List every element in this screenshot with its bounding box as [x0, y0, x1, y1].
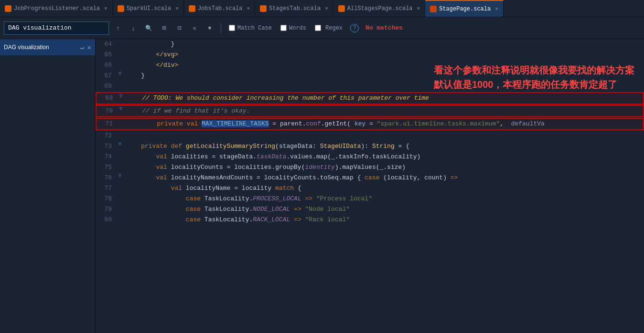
line-num-66: 66	[96, 60, 116, 71]
line-num-73: 73	[96, 141, 116, 152]
search-input[interactable]	[4, 24, 100, 31]
fold-arrow-73[interactable]: ▽	[118, 141, 121, 147]
line-content-68	[124, 81, 644, 92]
line-num-71: 71	[97, 119, 117, 129]
tab-stagepage[interactable]: StagePage.scala ×	[425, 0, 504, 17]
tab-label-6: StagePage.scala	[439, 6, 491, 12]
line-num-68: 68	[96, 81, 116, 92]
line-content-67: }	[124, 71, 644, 81]
code-line-79: 79 case TaskLocality.NODE_LOCAL => "Node…	[96, 204, 644, 215]
dag-panel: DAG visualization ↵ ✕	[0, 39, 96, 333]
line-content-72	[124, 131, 644, 141]
search-input-container	[4, 21, 109, 35]
line-content-69: // TODO: We should consider increasing t…	[125, 93, 643, 104]
line-content-66: </div>	[124, 60, 644, 71]
tab-close-2[interactable]: ×	[175, 6, 179, 11]
gutter-76: ▽	[116, 173, 124, 178]
tab-icon-3	[189, 5, 195, 12]
tab-bar: JobProgressListener.scala × SparkUI.scal…	[0, 0, 644, 17]
filter-button[interactable]: ▼	[204, 22, 216, 34]
code-line-72: 72	[96, 131, 644, 141]
line-num-65: 65	[96, 50, 116, 60]
code-line-76: 76 ▽ val localityNamesAndCounts = locali…	[96, 173, 644, 183]
match-case-option[interactable]: Match Case	[226, 24, 275, 32]
line-num-69: 69	[97, 93, 117, 104]
tab-icon-1	[5, 5, 11, 12]
fold-arrow-69[interactable]: ▽	[119, 93, 122, 99]
fold-arrow-70[interactable]: ▽	[119, 106, 122, 112]
words-checkbox[interactable]	[280, 25, 287, 31]
code-line-71: 71 private val MAX_TIMELINE_TASKS = pare…	[96, 118, 644, 130]
match-case-label: Match Case	[237, 25, 272, 31]
tab-jobprogresslistener[interactable]: JobProgressListener.scala ×	[0, 0, 113, 17]
help-button[interactable]: ?	[350, 24, 359, 32]
line-num-80: 80	[96, 215, 116, 225]
line-num-64: 64	[96, 39, 116, 50]
code-line-64: 64 }	[96, 39, 644, 50]
search-bar: ↑ ↓ 🔍 ⊞ ⊟ ≡ ▼ Match Case Words Regex ? N…	[0, 17, 644, 39]
search-find-button[interactable]: 🔍	[142, 22, 155, 34]
dag-close-button[interactable]: ✕	[87, 43, 91, 52]
line-content-74: val localities = stageData.taskData.valu…	[124, 152, 644, 162]
match-case-checkbox[interactable]	[229, 25, 235, 31]
search-replace-button[interactable]: ≡	[188, 22, 201, 34]
tab-close-5[interactable]: ×	[417, 6, 420, 11]
tab-icon-2	[118, 5, 124, 12]
code-line-80: 80 case TaskLocality.RACK_LOCAL => "Rack…	[96, 215, 644, 225]
search-prev-occurrence[interactable]: ⊞	[158, 22, 170, 34]
regex-option[interactable]: Regex	[312, 23, 347, 33]
code-line-74: 74 val localities = stageData.taskData.v…	[96, 152, 644, 162]
line-num-67: 67	[96, 71, 116, 81]
tab-icon-5	[338, 5, 345, 12]
separator-1	[221, 23, 221, 33]
search-down-button[interactable]: ↓	[127, 22, 140, 34]
line-num-75: 75	[96, 162, 116, 173]
tab-close-1[interactable]: ×	[104, 6, 107, 11]
tab-stagestab[interactable]: StagesTab.scala ×	[255, 0, 333, 17]
line-content-79: case TaskLocality.NODE_LOCAL => "Node lo…	[124, 204, 644, 215]
dag-title: DAG visualization	[4, 44, 49, 51]
tab-icon-4	[260, 5, 267, 12]
tab-sparkui[interactable]: SparkUI.scala ×	[113, 0, 184, 17]
regex-checkbox[interactable]	[315, 25, 321, 31]
line-content-65: </svg>	[124, 50, 644, 60]
gutter-69: ▽	[117, 93, 125, 99]
tab-label-3: JobsTab.scala	[198, 5, 243, 12]
code-area[interactable]: 看这个参数和注释说明就很像我要找的解决方案 默认值是1000，本程序跑的任务数肯…	[96, 39, 644, 333]
code-line-78: 78 case TaskLocality.PROCESS_LOCAL => "P…	[96, 194, 644, 204]
tab-icon-6	[430, 6, 437, 12]
tab-allstagespage[interactable]: AllStagesPage.scala ×	[333, 0, 425, 17]
code-line-67: 67 ▽ }	[96, 71, 644, 81]
search-result: No matches	[365, 24, 403, 31]
code-line-66: 66 </div>	[96, 60, 644, 71]
line-num-70: 70	[97, 106, 117, 116]
fold-arrow-76[interactable]: ▽	[118, 173, 121, 178]
words-label: Words	[289, 25, 306, 31]
line-content-71: private val MAX_TIMELINE_TASKS = parent.…	[125, 119, 643, 129]
tab-close-6[interactable]: ×	[495, 6, 498, 12]
tab-label-1: JobProgressListener.scala	[14, 5, 100, 12]
dag-enter-icon[interactable]: ↵	[80, 43, 84, 52]
search-next-filter[interactable]: ⊟	[173, 22, 185, 34]
line-content-64: }	[124, 39, 644, 50]
line-content-70: // if we find that it's okay.	[125, 106, 643, 116]
line-content-77: val localityName = locality match {	[124, 183, 644, 194]
line-num-76: 76	[96, 173, 116, 183]
gutter-73: ▽	[116, 141, 124, 147]
line-content-80: case TaskLocality.RACK_LOCAL => "Rack lo…	[124, 215, 644, 225]
line-num-79: 79	[96, 204, 116, 215]
code-line-68: 68	[96, 81, 644, 92]
line-content-75: val localityCounts = localities.groupBy(…	[124, 162, 644, 173]
regex-label: Regex	[323, 24, 344, 32]
tab-label-2: SparkUI.scala	[127, 5, 172, 12]
fold-arrow-67[interactable]: ▽	[118, 71, 121, 76]
search-up-button[interactable]: ↑	[112, 22, 124, 34]
words-option[interactable]: Words	[278, 24, 309, 32]
tab-jobstab[interactable]: JobsTab.scala ×	[184, 0, 255, 17]
code-line-73: 73 ▽ private def getLocalitySummaryStrin…	[96, 141, 644, 152]
line-num-72: 72	[96, 131, 116, 141]
tab-close-4[interactable]: ×	[325, 6, 328, 11]
editor-area: DAG visualization ↵ ✕ 看这个参数和注释说明就很像我要找的解…	[0, 39, 644, 333]
tab-close-3[interactable]: ×	[247, 6, 250, 11]
gutter-67: ▽	[116, 71, 124, 76]
